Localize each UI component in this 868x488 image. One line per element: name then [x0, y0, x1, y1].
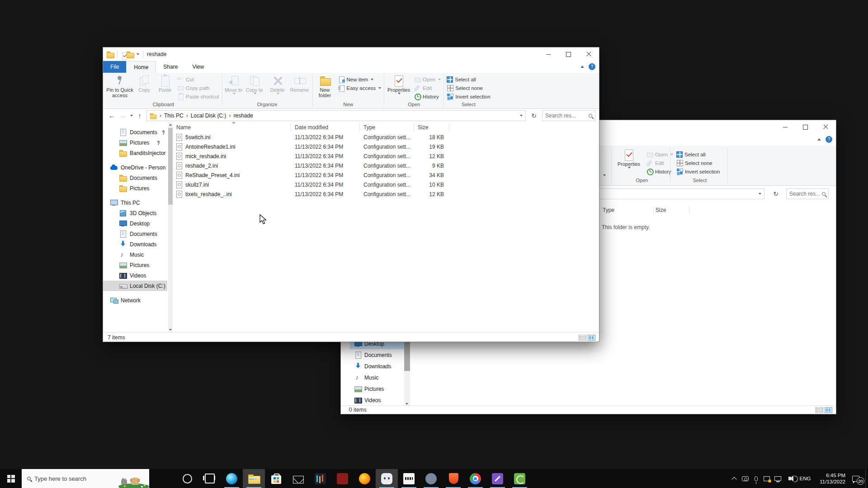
tab-home[interactable]: Home: [126, 61, 156, 73]
breadcrumb-reshade[interactable]: reshade: [233, 113, 253, 119]
file-row[interactable]: skullz7.ini 11/13/2022 6:34 PM Configura…: [173, 180, 599, 189]
invert-selection-button[interactable]: Invert selection: [675, 167, 722, 176]
file-row[interactable]: AntoineReshade1.ini 11/13/2022 6:34 PM C…: [173, 142, 599, 151]
select-none-button[interactable]: Select none: [445, 84, 492, 92]
gray-app-button[interactable]: [420, 469, 442, 488]
sidebar-item-desktop[interactable]: Desktop: [103, 218, 167, 229]
file-row[interactable]: 5switch.ini 11/13/2022 6:34 PM Configura…: [173, 132, 599, 142]
sidebar-item-videos[interactable]: Videos: [103, 270, 167, 281]
sidebar-item-pictures-quick[interactable]: Pictures: [103, 137, 167, 148]
select-all-button[interactable]: Select all: [675, 150, 722, 159]
delete-button[interactable]: Delete: [267, 74, 288, 94]
details-view-icon[interactable]: [579, 335, 586, 341]
easy-access-dropdown-icon[interactable]: [603, 174, 606, 176]
sidebar-item-3d-objects[interactable]: 3D Objects: [103, 208, 167, 218]
open-button[interactable]: Open: [645, 150, 675, 159]
pin-to-quick-access-button[interactable]: Pin to Quick access: [106, 74, 134, 98]
green-app-button[interactable]: [509, 469, 531, 488]
paste-button[interactable]: Paste: [155, 74, 175, 93]
taskbar-search-input[interactable]: [34, 475, 107, 482]
copy-to-button[interactable]: Copy to: [244, 74, 265, 94]
hidden-icons-button[interactable]: [729, 469, 740, 488]
back-icon[interactable]: ←: [108, 112, 116, 119]
sidebar-item-downloads[interactable]: Downloads: [350, 361, 404, 372]
taskbar-clock[interactable]: 6:45 PM 11/13/2022: [814, 472, 846, 485]
purple-app-button[interactable]: [486, 469, 509, 488]
sidebar-item-onedrive-documents[interactable]: Documents: [103, 173, 167, 183]
sidebar-item-videos[interactable]: Videos: [350, 394, 404, 406]
properties-button[interactable]: Properties: [385, 74, 412, 94]
edge-button[interactable]: [221, 469, 243, 488]
column-header-date-modified[interactable]: Date modified: [291, 123, 360, 131]
sidebar-scrollbar[interactable]: [168, 122, 173, 332]
sidebar-item-documents[interactable]: Documents: [350, 349, 404, 361]
cortana-button[interactable]: [176, 469, 198, 488]
search-box[interactable]: [542, 110, 595, 121]
sidebar-item-documents[interactable]: Documents: [103, 229, 167, 239]
qat-properties-icon[interactable]: [121, 52, 125, 56]
maximize-button[interactable]: [558, 47, 579, 61]
column-header-type[interactable]: Type: [601, 206, 654, 214]
help-icon[interactable]: ?: [826, 136, 832, 143]
cut-button[interactable]: Cut: [175, 75, 221, 84]
properties-button[interactable]: Properties: [615, 148, 643, 169]
close-button[interactable]: [579, 47, 599, 61]
update-tray-button[interactable]: [761, 469, 772, 488]
file-row[interactable]: mick_reshade.ini 11/13/2022 6:34 PM Conf…: [173, 151, 599, 161]
sidebar-item-music[interactable]: Music: [103, 249, 167, 260]
qat-new-folder-icon[interactable]: [127, 51, 134, 58]
forward-icon[interactable]: →: [118, 112, 127, 119]
microphone-tray-button[interactable]: [750, 469, 761, 488]
paste-shortcut-button[interactable]: Paste shortcut: [175, 92, 221, 101]
title-bar[interactable]: reshade: [103, 47, 599, 61]
select-all-button[interactable]: Select all: [445, 75, 492, 84]
history-button[interactable]: History: [645, 167, 675, 176]
start-button[interactable]: [0, 469, 22, 488]
new-folder-button[interactable]: New folder: [314, 74, 336, 98]
breadcrumb-this-pc[interactable]: This PC: [164, 113, 184, 119]
nzxt-cam-button[interactable]: [398, 469, 420, 488]
qat-dropdown-icon[interactable]: [137, 53, 139, 55]
breadcrumb-local-disk[interactable]: Local Disk (C:): [191, 113, 226, 119]
up-icon[interactable]: ↑: [136, 112, 144, 119]
close-button[interactable]: [816, 120, 836, 134]
minimize-button[interactable]: [538, 47, 558, 61]
show-desktop-button[interactable]: [865, 469, 868, 488]
search-highlight-image[interactable]: [118, 469, 149, 488]
tab-share[interactable]: Share: [156, 61, 185, 73]
language-indicator[interactable]: ENG: [797, 476, 814, 481]
thumbnail-view-icon[interactable]: [588, 335, 595, 341]
sidebar-item-documents-quick[interactable]: Documents: [103, 127, 167, 137]
recent-locations-icon[interactable]: [130, 115, 133, 117]
file-row[interactable]: tixels_reshade_..ini 11/13/2022 6:34 PM …: [173, 189, 599, 199]
file-row[interactable]: reshade_2.ini 11/13/2022 6:34 PM Configu…: [173, 161, 599, 170]
address-dropdown-icon[interactable]: [759, 193, 761, 195]
scroll-down-icon[interactable]: [169, 329, 172, 331]
collapse-ribbon-icon[interactable]: [580, 66, 584, 68]
discord-button[interactable]: [376, 469, 398, 488]
microsoft-store-button[interactable]: [265, 469, 287, 488]
new-item-button[interactable]: New item: [336, 75, 383, 84]
sidebar-item-pictures[interactable]: Pictures: [103, 260, 167, 270]
taskbar-search[interactable]: [22, 469, 149, 488]
edit-button[interactable]: Edit: [412, 84, 443, 92]
details-view-icon[interactable]: [816, 407, 823, 413]
copy-button[interactable]: Copy: [134, 74, 155, 93]
column-header-size[interactable]: Size: [654, 206, 689, 214]
scrollbar-thumb[interactable]: [168, 128, 173, 205]
volume-tray-button[interactable]: [783, 469, 797, 488]
game-bar-tray-button[interactable]: [740, 469, 750, 488]
easy-access-button[interactable]: Easy access: [336, 84, 383, 92]
scroll-down-icon[interactable]: [406, 403, 408, 405]
history-button[interactable]: History: [412, 92, 443, 101]
chrome-button[interactable]: [464, 469, 486, 488]
sidebar-item-downloads[interactable]: Downloads: [103, 239, 167, 249]
thumbnail-view-icon[interactable]: [825, 407, 832, 413]
rename-button[interactable]: Rename: [288, 74, 311, 93]
move-to-button[interactable]: Move to: [223, 74, 244, 94]
sidebar-item-network[interactable]: Network: [103, 295, 167, 305]
sidebar-item-local-disk-c[interactable]: Local Disk (C:): [103, 281, 167, 291]
tab-file[interactable]: File: [103, 61, 126, 73]
search-input[interactable]: [789, 191, 820, 197]
refresh-button[interactable]: ↻: [528, 110, 539, 121]
